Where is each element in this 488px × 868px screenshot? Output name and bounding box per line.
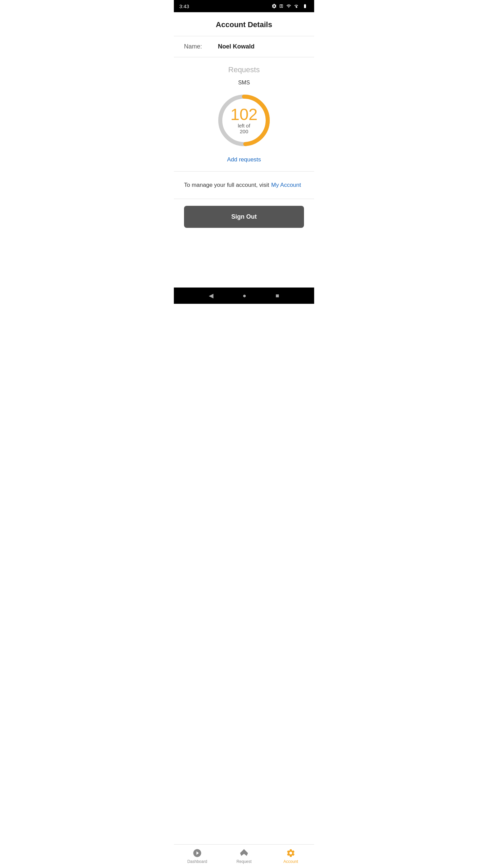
name-value: Noel Kowald bbox=[218, 43, 255, 50]
android-home-button[interactable]: ● bbox=[243, 292, 246, 299]
donut-center: 102 left of 200 bbox=[230, 106, 258, 134]
sms-label: SMS bbox=[238, 80, 250, 86]
status-time: 3:43 bbox=[179, 3, 189, 9]
donut-total: 200 bbox=[230, 129, 258, 134]
donut-chart: 102 left of 200 bbox=[214, 90, 274, 151]
sim-icon bbox=[279, 3, 284, 9]
page-title: Account Details bbox=[179, 20, 309, 29]
my-account-link[interactable]: My Account bbox=[271, 182, 301, 189]
main-content: Account Details Name: Noel Kowald Reques… bbox=[174, 12, 314, 288]
add-requests-link[interactable]: Add requests bbox=[227, 156, 261, 163]
requests-section: Requests SMS 102 left of 200 Add request… bbox=[174, 57, 314, 172]
status-icons bbox=[271, 3, 309, 9]
signal-icon bbox=[294, 4, 299, 8]
android-nav-bar: ◀ ● ■ bbox=[174, 288, 314, 304]
wifi-icon bbox=[286, 4, 292, 8]
gear-icon bbox=[271, 3, 277, 9]
sign-out-container: Sign Out bbox=[174, 199, 314, 235]
manage-row: To manage your full account, visit My Ac… bbox=[174, 172, 314, 199]
sign-out-button[interactable]: Sign Out bbox=[184, 206, 304, 228]
status-bar: 3:43 bbox=[174, 0, 314, 12]
requests-title: Requests bbox=[228, 65, 260, 74]
donut-left-of: left of bbox=[230, 123, 258, 129]
name-row: Name: Noel Kowald bbox=[174, 36, 314, 57]
donut-number: 102 bbox=[230, 106, 258, 123]
name-label: Name: bbox=[184, 43, 208, 50]
android-recents-button[interactable]: ■ bbox=[276, 292, 279, 299]
page-title-container: Account Details bbox=[174, 12, 314, 36]
manage-text: To manage your full account, visit bbox=[184, 182, 269, 189]
battery-icon bbox=[301, 4, 309, 8]
android-back-button[interactable]: ◀ bbox=[209, 292, 214, 299]
